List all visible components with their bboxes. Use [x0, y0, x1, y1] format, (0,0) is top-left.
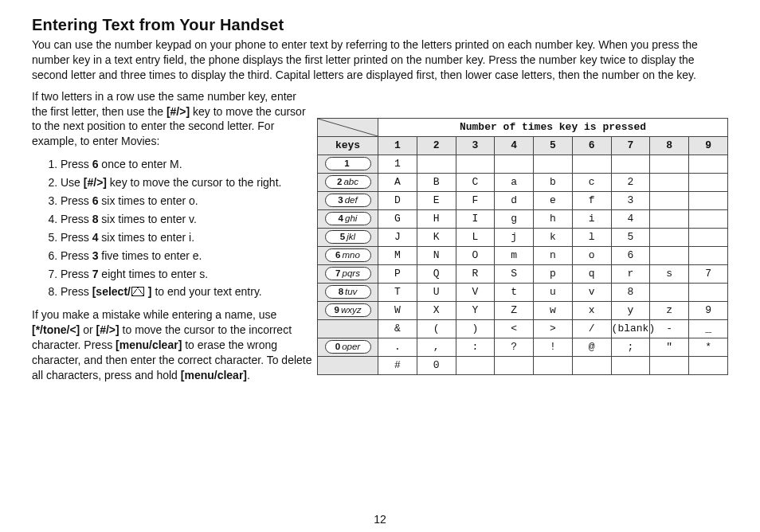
- step-post: six times to enter v.: [98, 213, 196, 225]
- step-item: Press 8 six times to enter v.: [61, 212, 312, 227]
- step-pre: Press: [61, 158, 92, 170]
- table-cell: Y: [456, 301, 495, 319]
- table-cell: H: [417, 209, 456, 228]
- key-cell: 1: [318, 155, 378, 173]
- table-col-header: 3: [456, 136, 495, 155]
- step-pre: Press: [61, 285, 92, 298]
- table-cell: K: [417, 228, 456, 246]
- table-cell: ,: [417, 338, 456, 356]
- step-pre: Press: [61, 231, 92, 244]
- table-cell: /: [572, 319, 611, 338]
- table-cell: ": [650, 338, 689, 356]
- table-row: 6mnoMNOmno6: [318, 246, 728, 264]
- table-cell: [689, 155, 728, 173]
- table-cell: b: [534, 173, 573, 191]
- table-cell: 2: [611, 173, 650, 191]
- table-cell: f: [572, 191, 611, 209]
- keypad-key-icon: 0oper: [325, 340, 371, 354]
- mistake-k2: [#/>]: [96, 323, 119, 336]
- table-cell: W: [378, 301, 417, 319]
- table-cell: 8: [611, 283, 650, 301]
- step-pre: Press: [61, 194, 92, 207]
- table-header-row-1: Number of times key is pressed: [318, 118, 728, 136]
- table-cell: e: [534, 191, 573, 209]
- table-col-header: 7: [611, 136, 650, 155]
- table-cell: _: [689, 319, 728, 338]
- table-cell: .: [378, 338, 417, 356]
- table-cell: D: [378, 191, 417, 209]
- keypad-key-icon: 3def: [325, 194, 371, 207]
- table-cell: [611, 356, 650, 374]
- steps-list: Press 6 once to enter M.Use [#/>] key to…: [32, 157, 312, 299]
- mail-icon: [131, 287, 144, 296]
- table-cell: [650, 155, 689, 173]
- step-bold: [#/>]: [84, 176, 107, 189]
- step-item: Press 4 six times to enter i.: [61, 230, 312, 245]
- step-item: Press 7 eight times to enter s.: [61, 267, 312, 282]
- keypad-key-icon: 7pqrs: [325, 267, 371, 280]
- table-cell: N: [417, 246, 456, 264]
- table-cell: 6: [611, 246, 650, 264]
- table-row: &()<>/(blank)-_: [318, 319, 728, 338]
- table-cell: [689, 209, 728, 228]
- intro-key-label: [#/>]: [166, 105, 190, 118]
- table-cell: [572, 356, 611, 374]
- table-cell: t: [495, 283, 534, 301]
- table-row: 8tuvTUVtuv8: [318, 283, 728, 301]
- key-cell: 4ghi: [318, 209, 378, 228]
- step-post: six times to enter i.: [98, 231, 194, 244]
- step-post: six times to enter o.: [98, 194, 198, 207]
- table-cell: [650, 356, 689, 374]
- table-cell: :: [456, 338, 495, 356]
- table-cell: B: [417, 173, 456, 191]
- table-cell: O: [456, 246, 495, 264]
- step-item: Press 6 once to enter M.: [61, 157, 312, 172]
- key-cell: 5jkl: [318, 228, 378, 246]
- page-title: Entering Text from Your Handset: [32, 16, 728, 34]
- keypad-key-icon: 8tuv: [325, 285, 371, 299]
- key-cell: 7pqrs: [318, 264, 378, 283]
- key-cell: [318, 356, 378, 374]
- table-header-row-2: keys123456789: [318, 136, 728, 155]
- table-cell: @: [572, 338, 611, 356]
- keypad-table: Number of times key is pressed keys12345…: [317, 118, 728, 375]
- table-cell: -: [650, 319, 689, 338]
- table-cell: x: [572, 301, 611, 319]
- mistake-t1: If you make a mistake while entering a n…: [32, 308, 276, 321]
- table-cell: [650, 246, 689, 264]
- table-cell: ): [456, 319, 495, 338]
- table-cell: 1: [378, 155, 417, 173]
- table-cell: L: [456, 228, 495, 246]
- table-cell: A: [378, 173, 417, 191]
- table-cell: T: [378, 283, 417, 301]
- table-cell: [534, 356, 573, 374]
- table-cell: [611, 155, 650, 173]
- table-cell: v: [572, 283, 611, 301]
- table-cell: V: [456, 283, 495, 301]
- table-cell: ;: [611, 338, 650, 356]
- table-row: 4ghiGHIghi4: [318, 209, 728, 228]
- table-row: 7pqrsPQRSpqrs7: [318, 264, 728, 283]
- table-cell: [689, 191, 728, 209]
- step-item: Press 6 six times to enter o.: [61, 194, 312, 209]
- table-cell: w: [534, 301, 573, 319]
- table-cell: [689, 228, 728, 246]
- table-cell: Q: [417, 264, 456, 283]
- keypad-key-icon: 2abc: [325, 175, 371, 189]
- table-row: 2abcABCabc2: [318, 173, 728, 191]
- mistake-t5: .: [247, 369, 250, 381]
- table-cell: [650, 173, 689, 191]
- table-cell: y: [611, 301, 650, 319]
- table-cell: a: [495, 173, 534, 191]
- key-cell: 3def: [318, 191, 378, 209]
- table-keys-header: keys: [318, 136, 378, 155]
- table-cell: (: [417, 319, 456, 338]
- step-post: five times to enter e.: [98, 249, 202, 262]
- table-cell: [650, 283, 689, 301]
- table-cell: [650, 191, 689, 209]
- table-col-header: 9: [689, 136, 728, 155]
- table-cell: &: [378, 319, 417, 338]
- table-cell: [495, 155, 534, 173]
- key-cell: [318, 319, 378, 338]
- table-cell: q: [572, 264, 611, 283]
